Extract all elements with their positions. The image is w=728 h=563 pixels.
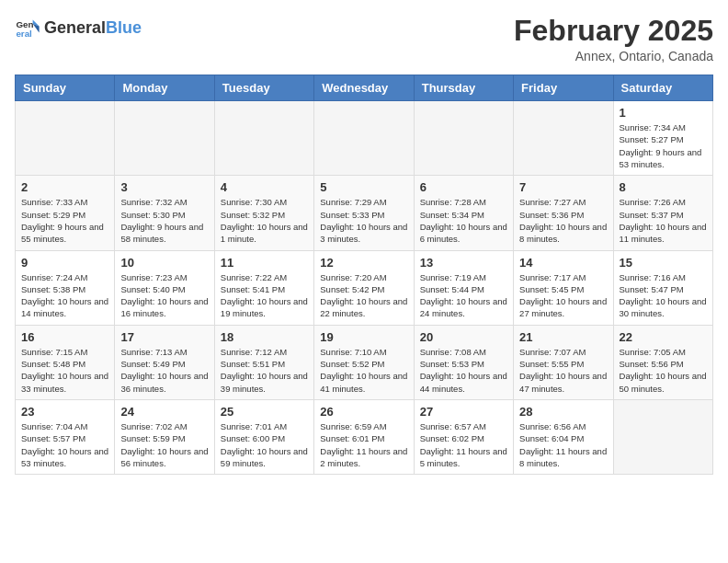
- day-number: 11: [221, 256, 308, 270]
- day-number: 4: [221, 180, 308, 194]
- day-number: 10: [120, 256, 208, 270]
- day-info: Sunrise: 7:32 AMSunset: 5:30 PMDaylight:…: [120, 196, 208, 245]
- day-info: Sunrise: 7:22 AMSunset: 5:41 PMDaylight:…: [221, 271, 308, 320]
- day-number: 21: [519, 330, 607, 344]
- day-info: Sunrise: 7:16 AMSunset: 5:47 PMDaylight:…: [620, 271, 707, 320]
- week-row-2: 2Sunrise: 7:33 AMSunset: 5:29 PMDaylight…: [16, 176, 713, 250]
- calendar-cell: 19Sunrise: 7:10 AMSunset: 5:52 PMDayligh…: [314, 325, 414, 399]
- day-number: 15: [620, 256, 707, 270]
- day-info: Sunrise: 7:08 AMSunset: 5:53 PMDaylight:…: [420, 346, 507, 395]
- day-number: 16: [21, 330, 108, 344]
- calendar-cell: 24Sunrise: 7:02 AMSunset: 5:59 PMDayligh…: [115, 399, 214, 474]
- calendar-cell: 9Sunrise: 7:24 AMSunset: 5:38 PMDaylight…: [16, 250, 115, 325]
- day-info: Sunrise: 7:33 AMSunset: 5:29 PMDaylight:…: [21, 196, 108, 245]
- weekday-header-saturday: Saturday: [613, 75, 712, 101]
- calendar-cell: 11Sunrise: 7:22 AMSunset: 5:41 PMDayligh…: [214, 250, 313, 325]
- day-info: Sunrise: 7:10 AMSunset: 5:52 PMDaylight:…: [320, 346, 407, 395]
- day-number: 17: [120, 330, 208, 344]
- day-number: 18: [221, 330, 308, 344]
- calendar-cell: 18Sunrise: 7:12 AMSunset: 5:51 PMDayligh…: [214, 325, 313, 399]
- day-info: Sunrise: 7:27 AMSunset: 5:36 PMDaylight:…: [519, 196, 607, 245]
- day-info: Sunrise: 7:23 AMSunset: 5:40 PMDaylight:…: [120, 271, 208, 320]
- day-info: Sunrise: 7:26 AMSunset: 5:37 PMDaylight:…: [620, 196, 707, 245]
- day-info: Sunrise: 7:13 AMSunset: 5:49 PMDaylight:…: [120, 346, 208, 395]
- calendar-cell: [414, 101, 513, 176]
- week-row-1: 1Sunrise: 7:34 AMSunset: 5:27 PMDaylight…: [16, 101, 713, 176]
- calendar-cell: [115, 101, 214, 176]
- calendar-cell: 7Sunrise: 7:27 AMSunset: 5:36 PMDaylight…: [514, 176, 613, 250]
- calendar-cell: [214, 101, 313, 176]
- day-info: Sunrise: 6:59 AMSunset: 6:01 PMDaylight:…: [320, 420, 407, 469]
- day-info: Sunrise: 7:34 AMSunset: 5:27 PMDaylight:…: [620, 121, 707, 170]
- day-info: Sunrise: 7:15 AMSunset: 5:48 PMDaylight:…: [21, 346, 108, 395]
- day-number: 3: [120, 180, 208, 194]
- calendar-cell: 10Sunrise: 7:23 AMSunset: 5:40 PMDayligh…: [115, 250, 214, 325]
- calendar-cell: [613, 399, 712, 474]
- calendar-cell: [514, 101, 613, 176]
- day-info: Sunrise: 6:57 AMSunset: 6:02 PMDaylight:…: [420, 420, 507, 469]
- day-info: Sunrise: 7:19 AMSunset: 5:44 PMDaylight:…: [420, 271, 507, 320]
- logo-icon: Gen eral: [15, 15, 40, 40]
- day-number: 25: [221, 405, 308, 419]
- day-info: Sunrise: 7:02 AMSunset: 5:59 PMDaylight:…: [120, 420, 208, 469]
- calendar-subtitle: Annex, Ontario, Canada: [514, 49, 713, 63]
- day-number: 23: [21, 405, 108, 419]
- logo-text: GeneralBlue: [44, 18, 142, 38]
- calendar-cell: 23Sunrise: 7:04 AMSunset: 5:57 PMDayligh…: [16, 399, 115, 474]
- calendar-cell: 5Sunrise: 7:29 AMSunset: 5:33 PMDaylight…: [314, 176, 414, 250]
- day-info: Sunrise: 7:28 AMSunset: 5:34 PMDaylight:…: [420, 196, 507, 245]
- day-number: 26: [320, 405, 407, 419]
- day-info: Sunrise: 7:24 AMSunset: 5:38 PMDaylight:…: [21, 271, 108, 320]
- calendar-cell: 1Sunrise: 7:34 AMSunset: 5:27 PMDaylight…: [613, 101, 712, 176]
- weekday-header-friday: Friday: [514, 75, 613, 101]
- calendar-cell: [314, 101, 414, 176]
- day-number: 22: [620, 330, 707, 344]
- day-number: 5: [320, 180, 407, 194]
- svg-marker-3: [33, 24, 40, 33]
- day-number: 9: [21, 256, 108, 270]
- day-info: Sunrise: 6:56 AMSunset: 6:04 PMDaylight:…: [519, 420, 607, 469]
- weekday-header-wednesday: Wednesday: [314, 75, 414, 101]
- title-area: February 2025 Annex, Ontario, Canada: [514, 15, 713, 63]
- day-number: 2: [21, 180, 108, 194]
- calendar-cell: 25Sunrise: 7:01 AMSunset: 6:00 PMDayligh…: [214, 399, 313, 474]
- week-row-3: 9Sunrise: 7:24 AMSunset: 5:38 PMDaylight…: [16, 250, 713, 325]
- week-row-4: 16Sunrise: 7:15 AMSunset: 5:48 PMDayligh…: [16, 325, 713, 399]
- day-info: Sunrise: 7:04 AMSunset: 5:57 PMDaylight:…: [21, 420, 108, 469]
- day-number: 28: [519, 405, 607, 419]
- weekday-header-monday: Monday: [115, 75, 214, 101]
- day-number: 8: [620, 180, 707, 194]
- calendar-cell: 22Sunrise: 7:05 AMSunset: 5:56 PMDayligh…: [613, 325, 712, 399]
- calendar-cell: 16Sunrise: 7:15 AMSunset: 5:48 PMDayligh…: [16, 325, 115, 399]
- weekday-header-thursday: Thursday: [414, 75, 513, 101]
- calendar-title: February 2025: [514, 15, 713, 47]
- day-info: Sunrise: 7:05 AMSunset: 5:56 PMDaylight:…: [620, 346, 707, 395]
- calendar-cell: 6Sunrise: 7:28 AMSunset: 5:34 PMDaylight…: [414, 176, 513, 250]
- calendar-cell: 15Sunrise: 7:16 AMSunset: 5:47 PMDayligh…: [613, 250, 712, 325]
- calendar-cell: 21Sunrise: 7:07 AMSunset: 5:55 PMDayligh…: [514, 325, 613, 399]
- day-info: Sunrise: 7:07 AMSunset: 5:55 PMDaylight:…: [519, 346, 607, 395]
- calendar-cell: 26Sunrise: 6:59 AMSunset: 6:01 PMDayligh…: [314, 399, 414, 474]
- weekday-header-row: SundayMondayTuesdayWednesdayThursdayFrid…: [16, 75, 713, 101]
- calendar-cell: 17Sunrise: 7:13 AMSunset: 5:49 PMDayligh…: [115, 325, 214, 399]
- day-number: 19: [320, 330, 407, 344]
- calendar-cell: 28Sunrise: 6:56 AMSunset: 6:04 PMDayligh…: [514, 399, 613, 474]
- calendar-cell: 4Sunrise: 7:30 AMSunset: 5:32 PMDaylight…: [214, 176, 313, 250]
- calendar-cell: 20Sunrise: 7:08 AMSunset: 5:53 PMDayligh…: [414, 325, 513, 399]
- weekday-header-tuesday: Tuesday: [214, 75, 313, 101]
- day-info: Sunrise: 7:17 AMSunset: 5:45 PMDaylight:…: [519, 271, 607, 320]
- calendar-cell: [16, 101, 115, 176]
- day-number: 27: [420, 405, 507, 419]
- day-info: Sunrise: 7:01 AMSunset: 6:00 PMDaylight:…: [221, 420, 308, 469]
- day-number: 1: [620, 106, 707, 120]
- calendar-cell: 3Sunrise: 7:32 AMSunset: 5:30 PMDaylight…: [115, 176, 214, 250]
- calendar-cell: 14Sunrise: 7:17 AMSunset: 5:45 PMDayligh…: [514, 250, 613, 325]
- week-row-5: 23Sunrise: 7:04 AMSunset: 5:57 PMDayligh…: [16, 399, 713, 474]
- svg-text:eral: eral: [16, 29, 32, 39]
- calendar-table: SundayMondayTuesdayWednesdayThursdayFrid…: [15, 75, 713, 475]
- calendar-cell: 12Sunrise: 7:20 AMSunset: 5:42 PMDayligh…: [314, 250, 414, 325]
- calendar-cell: 2Sunrise: 7:33 AMSunset: 5:29 PMDaylight…: [16, 176, 115, 250]
- header: Gen eral GeneralBlue February 2025 Annex…: [15, 15, 713, 63]
- weekday-header-sunday: Sunday: [16, 75, 115, 101]
- day-number: 12: [320, 256, 407, 270]
